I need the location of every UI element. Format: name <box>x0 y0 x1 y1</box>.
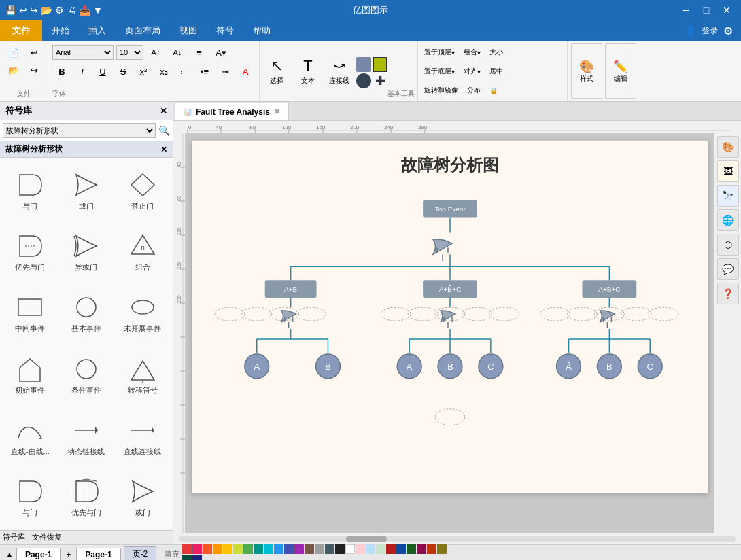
center-button[interactable]: 居中 <box>486 63 506 80</box>
symbol-search-icon[interactable]: 🔍 <box>158 125 170 136</box>
section-collapse-icon[interactable]: ✕ <box>160 145 167 154</box>
stroke-color-swatch[interactable] <box>373 57 387 72</box>
italic-button[interactable]: I <box>73 63 92 80</box>
symbol-straight-connector[interactable]: 直线连接线 <box>115 406 170 466</box>
size-button[interactable]: 大小 <box>486 43 506 61</box>
font-family-select[interactable]: Arial <box>52 45 114 60</box>
open-icon[interactable]: 📂 <box>41 5 52 16</box>
page-tab-3[interactable]: 页-2 <box>124 546 157 560</box>
export-icon[interactable]: 📤 <box>79 5 90 16</box>
login-button[interactable]: 登录 <box>702 25 718 37</box>
protect-button[interactable]: 🔒 <box>486 82 501 99</box>
symbol-dynamic-connector[interactable]: 动态链接线 <box>59 406 114 466</box>
menu-insert[interactable]: 插入 <box>79 20 116 41</box>
strikethrough-button[interactable]: S <box>114 63 133 80</box>
page-tab-2[interactable]: Page-1 <box>76 548 120 561</box>
color-swatch-gray[interactable] <box>315 544 324 554</box>
color-swatch-lime[interactable] <box>233 544 243 554</box>
color-swatch-red[interactable] <box>182 544 192 554</box>
menu-start[interactable]: 开始 <box>42 20 79 41</box>
symbol-and-gate2[interactable]: 与门 <box>3 468 58 527</box>
add-page-button[interactable]: + <box>66 550 71 559</box>
redo-icon[interactable]: ↪ <box>30 5 38 16</box>
symbol-and-gate[interactable]: 与门 <box>3 160 58 220</box>
bold-button[interactable]: B <box>52 63 71 80</box>
horizontal-scrollbar[interactable] <box>173 533 741 544</box>
color-swatch-white[interactable] <box>345 544 355 554</box>
undo-toolbar-button[interactable]: ↩ <box>24 43 44 61</box>
color-swatch-teal[interactable] <box>254 544 263 554</box>
align-button[interactable]: ≡ <box>190 43 209 61</box>
symbol-priority-and-gate[interactable]: 优先与门 <box>3 222 58 281</box>
menu-symbol[interactable]: 符号 <box>207 20 243 41</box>
symbol-category-select[interactable]: 故障树分析形状 <box>3 123 156 138</box>
symbol-undeveloped-event[interactable]: 未开展事件 <box>115 283 170 343</box>
circle-swatch[interactable] <box>356 73 371 88</box>
color-swatch-dark[interactable] <box>325 544 334 554</box>
symbol-xor-gate[interactable]: 异或门 <box>59 222 114 281</box>
color-dropdown-button[interactable]: A▾ <box>211 43 230 61</box>
color-swatch-dark-red[interactable] <box>386 544 396 554</box>
h-scrollbar-thumb[interactable] <box>346 536 387 542</box>
page-tab-1[interactable]: Page-1 <box>16 548 61 561</box>
symbol-combination[interactable]: n 组合 <box>115 222 170 281</box>
dropdown-arrow-icon[interactable]: ▼ <box>93 5 103 16</box>
underline-button[interactable]: U <box>93 63 112 80</box>
quick-settings-icon[interactable]: ⚙ <box>55 5 64 16</box>
color-swatch-brown[interactable] <box>305 544 314 554</box>
color-swatch-green[interactable] <box>243 544 253 554</box>
symbol-footer-tab1[interactable]: 符号库 <box>3 532 25 542</box>
search-panel-button[interactable]: 🔭 <box>717 185 739 207</box>
font-size-select[interactable]: 10 <box>116 45 143 60</box>
canvas-scroll[interactable]: 故障树分析图 <box>186 133 714 533</box>
symbol-house-event[interactable]: 初始事件 <box>3 345 58 404</box>
save-icon[interactable]: 💾 <box>5 5 16 16</box>
text-tool-button[interactable]: T 文本 <box>294 52 322 91</box>
color-swatch-light-red[interactable] <box>356 544 365 554</box>
menu-page-layout[interactable]: 页面布局 <box>116 20 170 41</box>
group-button[interactable]: 组合▾ <box>460 43 484 61</box>
symbol-intermediate-event[interactable]: 中间事件 <box>3 283 58 343</box>
align-arrange-button[interactable]: 对齐▾ <box>460 63 484 80</box>
symbol-or-gate2[interactable]: 或门 <box>115 468 170 527</box>
distribute-button[interactable]: 分布 <box>464 82 484 99</box>
open-toolbar-button[interactable]: 📂 <box>4 61 23 79</box>
color-swatch-light-blue[interactable] <box>366 544 375 554</box>
bullet-button[interactable]: •≡ <box>195 63 214 80</box>
color-swatch-black[interactable] <box>335 544 345 554</box>
connector-type-button[interactable]: ✚ <box>373 73 387 88</box>
style-panel[interactable]: 🎨 样式 <box>571 43 602 99</box>
close-button[interactable]: ✕ <box>718 3 736 17</box>
font-color-button[interactable]: A <box>236 63 255 80</box>
palette-button[interactable]: 🎨 <box>717 136 739 158</box>
subscript-button[interactable]: x₂ <box>154 63 173 80</box>
print-icon[interactable]: 🖨 <box>67 5 76 16</box>
undo-icon[interactable]: ↩ <box>19 5 27 16</box>
chat-button[interactable]: 💬 <box>717 258 739 280</box>
symbol-footer-tab2[interactable]: 文件恢复 <box>32 532 62 542</box>
image-panel-button[interactable]: 🖼 <box>717 160 739 182</box>
menu-view[interactable]: 视图 <box>170 20 207 41</box>
color-swatch-pink[interactable] <box>192 544 202 554</box>
color-swatch-olive[interactable] <box>437 544 447 554</box>
select-tool-button[interactable]: ↖ 选择 <box>262 52 291 91</box>
color-swatch-light-green[interactable] <box>376 544 385 554</box>
shape-panel-button[interactable]: ⬡ <box>717 234 739 256</box>
maximize-button[interactable]: □ <box>697 3 715 17</box>
to-top-button[interactable]: 置于顶层▾ <box>421 43 458 61</box>
menu-help[interactable]: 帮助 <box>243 20 280 41</box>
h-scrollbar-track[interactable] <box>179 536 736 542</box>
indent-button[interactable]: ⇥ <box>216 63 235 80</box>
color-swatch-dark-teal[interactable] <box>182 555 192 560</box>
color-swatch-navy[interactable] <box>192 555 202 560</box>
color-swatch-dark-blue[interactable] <box>396 544 406 554</box>
decrease-font-button[interactable]: A↓ <box>168 43 187 61</box>
symbol-basic-event[interactable]: 基本事件 <box>59 283 114 343</box>
color-swatch-indigo[interactable] <box>284 544 294 554</box>
symbol-priority-and2[interactable]: 优先与门 <box>59 468 114 527</box>
connect-tool-button[interactable]: ⤻ 连接线 <box>325 52 354 91</box>
symbol-line-curve[interactable]: 直线-曲线... <box>3 406 58 466</box>
symbol-inhibit-gate[interactable]: 禁止门 <box>115 160 170 220</box>
color-swatch-maroon[interactable] <box>417 544 426 554</box>
minimize-button[interactable]: ─ <box>677 3 695 17</box>
